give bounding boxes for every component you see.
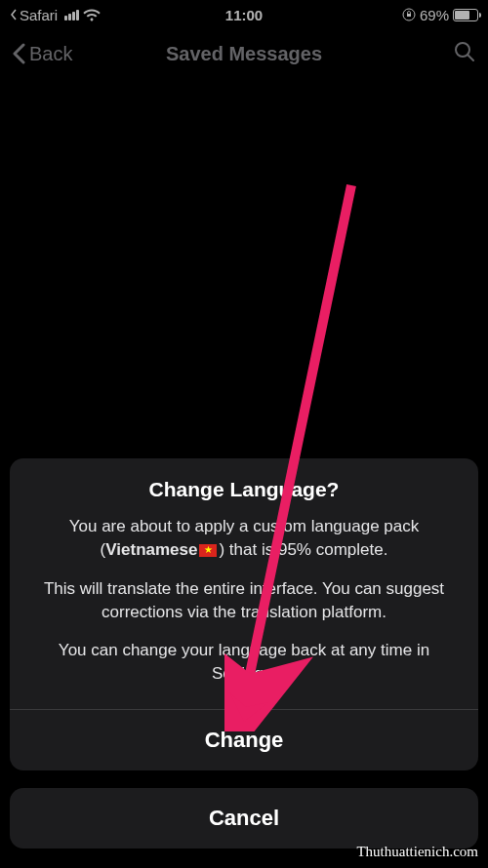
dialog-content: Change Language? You are about to apply … — [10, 458, 478, 709]
dialog-line2: This will translate the entire interface… — [27, 577, 461, 624]
dialog-title: Change Language? — [27, 478, 461, 501]
change-language-dialog: Change Language? You are about to apply … — [10, 458, 478, 770]
dialog-line1-post: ) that is 95% complete. — [219, 540, 387, 559]
watermark: Thuthuattienich.com — [356, 844, 478, 860]
cancel-button[interactable]: Cancel — [10, 788, 478, 848]
vietnam-flag-icon — [199, 544, 217, 557]
dialog-line1: You are about to apply a custom language… — [27, 515, 461, 562]
change-button[interactable]: Change — [10, 709, 478, 770]
dialog-line3: You can change your language back at any… — [27, 639, 461, 686]
language-name: Vietnamese — [105, 540, 197, 559]
